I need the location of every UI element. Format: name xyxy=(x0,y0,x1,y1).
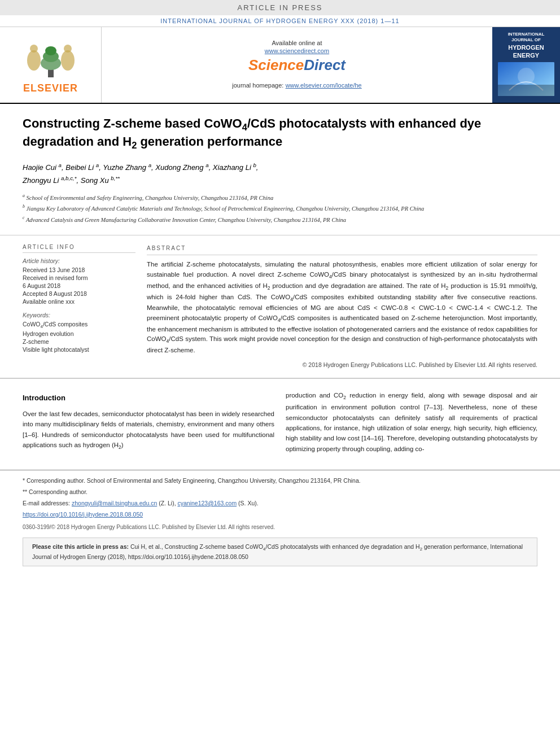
abstract-header: ABSTRACT xyxy=(147,244,537,256)
hydrogen-cover-title: INTERNATIONALJOURNAL OFHYDROGENENERGY xyxy=(508,32,545,60)
article-main-title: Constructing Z-scheme based CoWO4/CdS ph… xyxy=(23,115,537,152)
email-1-link[interactable]: zhongyuli@mail.tsinghua.edu.cn xyxy=(72,500,157,506)
introduction-title: Introduction xyxy=(23,392,274,404)
received-revised-label: Received in revised form xyxy=(23,274,135,281)
citation-box: Please cite this article in press as: Cu… xyxy=(23,538,537,567)
email-2-link[interactable]: cyanine123@163.com xyxy=(177,500,237,506)
affiliations: a School of Environmental and Safety Eng… xyxy=(23,193,537,224)
svg-point-4 xyxy=(27,50,41,71)
elsevier-label: ELSEVIER xyxy=(23,82,78,94)
body-section: Introduction Over the last few decades, … xyxy=(0,379,560,470)
email-1-name: (Z. Li), xyxy=(159,500,176,506)
article-history-label: Article history: xyxy=(23,257,135,264)
footnote-corresponding-2: ** Corresponding author. xyxy=(23,487,537,497)
article-in-press-banner: ARTICLE IN PRESS xyxy=(0,0,560,15)
intro-paragraph-1: Over the last few decades, semiconductor… xyxy=(23,409,274,452)
sciencedirect-url[interactable]: www.sciencedirect.com xyxy=(265,47,329,54)
journal-homepage-text: journal homepage: xyxy=(232,82,283,89)
affil-3: c Advanced Catalysis and Green Manufactu… xyxy=(23,215,537,224)
affil-2: b Jiangsu Key Laboratory of Advanced Cat… xyxy=(23,203,537,213)
svg-point-6 xyxy=(61,50,75,71)
article-info-col: ARTICLE INFO Article history: Received 1… xyxy=(23,244,135,369)
journal-header-line: INTERNATIONAL JOURNAL OF HYDROGEN ENERGY… xyxy=(0,15,560,27)
abstract-copyright: © 2018 Hydrogen Energy Publications LLC.… xyxy=(147,360,537,369)
svg-point-5 xyxy=(30,45,38,53)
footnote-emails: E-mail addresses: zhongyuli@mail.tsinghu… xyxy=(23,499,537,509)
svg-point-7 xyxy=(64,45,72,53)
available-online-text: Available online at xyxy=(272,40,322,46)
affil-1: a School of Environmental and Safety Eng… xyxy=(23,193,537,202)
body-right-col: production and CO2 reduction in energy f… xyxy=(286,390,537,458)
keywords-label: Keywords: xyxy=(23,312,135,318)
article-title-area: Constructing Z-scheme based CoWO4/CdS ph… xyxy=(0,104,560,235)
body-left-col: Introduction Over the last few decades, … xyxy=(23,390,274,458)
keyword-3: Z-scheme xyxy=(23,338,135,345)
received-revised-date: 6 August 2018 xyxy=(23,282,135,289)
sciencedirect-logo: ScienceDirect xyxy=(248,56,345,74)
hydrogen-cover-image xyxy=(498,62,554,96)
footnote-corresponding-1: * Corresponding author. School of Enviro… xyxy=(23,476,537,486)
email-label: E-mail addresses: xyxy=(23,500,70,506)
elsevier-tree-icon xyxy=(17,35,85,80)
authors-line: Haojie Cui a, Beibei Li a, Yuzhe Zhang a… xyxy=(23,161,537,187)
copyright-footer: 0360-3199/© 2018 Hydrogen Energy Publica… xyxy=(23,522,537,532)
article-info-abstract-section: ARTICLE INFO Article history: Received 1… xyxy=(0,235,560,378)
top-section: ELSEVIER Available online at www.science… xyxy=(0,27,560,104)
svg-rect-0 xyxy=(48,69,54,77)
keyword-2: Hydrogen evolution xyxy=(23,330,135,337)
article-info-header: ARTICLE INFO xyxy=(23,244,135,253)
available-online: Available online xxx xyxy=(23,298,135,305)
elsevier-logo-area: ELSEVIER xyxy=(0,27,102,103)
keyword-4: Visible light photocatalyst xyxy=(23,346,135,353)
email-2-name: (S. Xu). xyxy=(238,500,259,506)
svg-point-3 xyxy=(45,46,56,55)
abstract-col: ABSTRACT The artificial Z-scheme photoca… xyxy=(147,244,537,369)
footnotes-section: * Corresponding author. School of Enviro… xyxy=(0,470,560,537)
hydrogen-energy-cover: INTERNATIONALJOURNAL OFHYDROGENENERGY xyxy=(492,27,560,103)
intro-paragraph-2: production and CO2 reduction in energy f… xyxy=(286,390,537,454)
journal-homepage-link[interactable]: www.elsevier.com/locate/he xyxy=(286,82,362,89)
doi-link[interactable]: https://doi.org/10.1016/j.ijhydene.2018.… xyxy=(23,510,537,520)
center-info: Available online at www.sciencedirect.co… xyxy=(102,27,492,103)
accepted-date: Accepted 8 August 2018 xyxy=(23,290,135,297)
keyword-1: CoWO4/CdS composites xyxy=(23,321,135,329)
received-date: Received 13 June 2018 xyxy=(23,267,135,273)
abstract-text: The artificial Z-scheme photocatalysts, … xyxy=(147,260,537,356)
